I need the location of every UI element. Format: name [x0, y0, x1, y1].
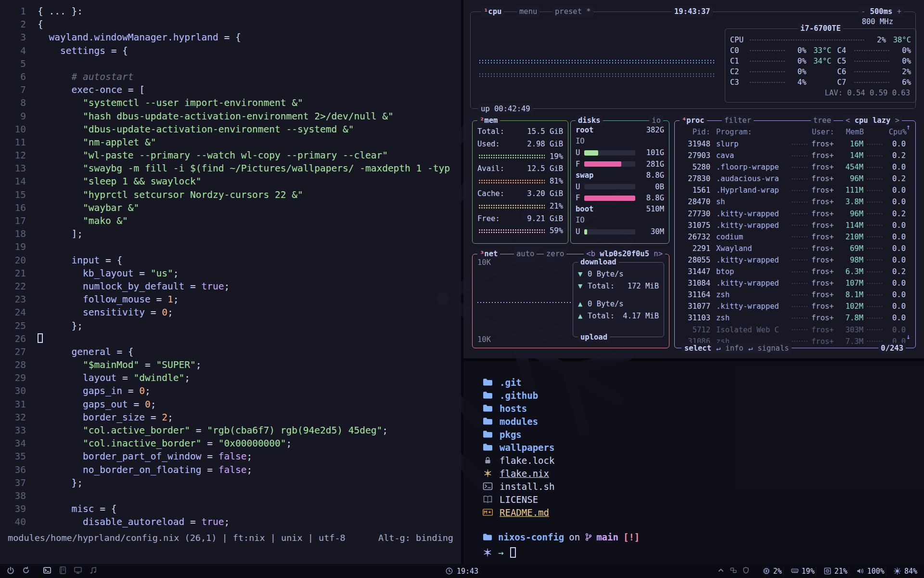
info-hint[interactable]: info	[725, 343, 743, 354]
waybar-disk-module[interactable]: 21%	[816, 567, 847, 576]
process-row[interactable]: 31103zshfros+7.8M0.0	[680, 312, 911, 324]
process-row[interactable]: 28055.kitty-wrappedfros+98M0.0	[680, 254, 911, 266]
waybar-refresh-button[interactable]	[22, 566, 30, 576]
code-line[interactable]: 36 no_border_on_floating = false;	[0, 463, 461, 476]
code-line[interactable]: 30 gaps_in = 0;	[0, 384, 461, 397]
code-line[interactable]: 32 border_size = 2;	[0, 411, 461, 424]
tray-network-item[interactable]	[730, 567, 737, 576]
process-row[interactable]: 31075.kitty-wrappedfros+114M0.0	[680, 220, 911, 231]
editor-window[interactable]: 1{ ... }:2{3 wayland.windowManager.hyprl…	[0, 0, 461, 564]
code-line[interactable]: 4 settings = {	[0, 44, 461, 57]
code-line[interactable]: 20 input = {	[0, 254, 461, 267]
process-row[interactable]: 26732codiumfros+210M0.0	[680, 231, 911, 243]
waybar-cpu-module[interactable]: 2%	[755, 567, 782, 576]
code-line[interactable]: 24 sensitivity = 0;	[0, 306, 461, 319]
column-user[interactable]: User:	[812, 126, 839, 138]
code-line[interactable]: 13 "swaybg -m fill -i $(find ~/Pictures/…	[0, 162, 461, 175]
mem-box-title[interactable]: ²mem	[477, 115, 500, 126]
code-line[interactable]: 16 "waybar &"	[0, 201, 461, 214]
code-line[interactable]: 3 wayland.windowManager.hyprland = {	[0, 31, 461, 44]
code-line[interactable]: 37 };	[0, 476, 461, 489]
scroll-down-indicator[interactable]: ↓	[906, 332, 911, 341]
process-row[interactable]: 1561.Hyprland-wrapfros+111M0.0	[680, 184, 911, 196]
code-line[interactable]: 15 "hyprctl setcursor Nordzy-cursors 22 …	[0, 188, 461, 201]
latency-plus-button[interactable]: +	[897, 7, 901, 16]
process-row[interactable]: 31084.kitty-wrappedfros+107M0.0	[680, 277, 911, 289]
column-program[interactable]: Program:	[716, 126, 788, 138]
waybar-brightness-module[interactable]: 84%	[886, 567, 917, 576]
process-row[interactable]: 27903cavafros+14M0.2	[680, 150, 911, 161]
menu-button[interactable]: menu	[517, 6, 539, 17]
terminal-window[interactable]: .git.githubhostsmodulespkgswallpapersfla…	[463, 361, 924, 564]
file-item[interactable]: pkgs	[483, 428, 924, 441]
file-item[interactable]: wallpapers	[483, 441, 924, 454]
file-item[interactable]: hosts	[483, 402, 924, 415]
code-line[interactable]: 5	[0, 57, 461, 70]
waybar-clock-module[interactable]: 19:43	[446, 567, 478, 576]
process-row[interactable]: 5712Isolated Web Cfros+303M0.0	[680, 324, 911, 336]
code-line[interactable]: 21 kb_layout = "us";	[0, 267, 461, 280]
code-line[interactable]: 39 misc = {	[0, 502, 461, 515]
process-row[interactable]: 31948slurpfros+16M0.0	[680, 138, 911, 150]
proc-tree-button[interactable]: tree	[811, 115, 834, 126]
code-line[interactable]: 19	[0, 240, 461, 253]
process-row[interactable]: 27730.kitty-wrappedfros+96M0.2	[680, 208, 911, 220]
code-line[interactable]: 8 "systemctl --user import-environment &…	[0, 96, 461, 109]
disks-box-title[interactable]: disks	[576, 115, 603, 126]
proc-filter-button[interactable]: filter	[722, 115, 754, 126]
signals-hint[interactable]: signals	[757, 343, 789, 354]
code-line[interactable]: 29 layout = "dwindle";	[0, 371, 461, 384]
waybar-volume-module[interactable]: 100%	[848, 567, 885, 576]
select-hint[interactable]: select	[684, 343, 711, 354]
workspace-2-button[interactable]	[59, 566, 66, 576]
sort-prev-button[interactable]: <	[846, 116, 850, 125]
code-line[interactable]: 34 "col.inactive_border" = "0x00000000";	[0, 437, 461, 450]
code-line[interactable]: 26	[0, 332, 461, 345]
code-line[interactable]: 31 gaps_out = 0;	[0, 398, 461, 411]
code-line[interactable]: 14 "sleep 1 && swaylock"	[0, 175, 461, 188]
tray-shield-item[interactable]	[743, 567, 749, 576]
code-line[interactable]: 18 ];	[0, 227, 461, 240]
process-row[interactable]: 27830.audacious-wrafros+96M0.2	[680, 173, 911, 184]
code-line[interactable]: 25 };	[0, 319, 461, 332]
process-row[interactable]: 31164zshfros+8.1M0.0	[680, 289, 911, 301]
code-line[interactable]: 27 general = {	[0, 345, 461, 358]
process-row[interactable]: 2291Xwaylandfros+69M0.0	[680, 243, 911, 254]
code-line[interactable]: 28 "$mainMod" = "SUPER";	[0, 358, 461, 371]
code-line[interactable]: 22 numlock_by_default = true;	[0, 280, 461, 293]
workspace-4-button[interactable]	[90, 566, 97, 576]
file-item[interactable]: install.sh	[483, 480, 924, 493]
btop-window[interactable]: ¹cpu menu preset * 19:43:37 - 500ms + 80…	[463, 0, 924, 358]
waybar-memory-module[interactable]: 19%	[783, 567, 815, 576]
code-line[interactable]: 38	[0, 489, 461, 502]
process-row[interactable]: 28470shfros+3.8M0.0	[680, 196, 911, 208]
code-line[interactable]: 12 "wl-paste --primary --watch wl-copy -…	[0, 149, 461, 162]
shell-input-line[interactable]: →	[483, 546, 924, 559]
net-auto-button[interactable]: auto	[514, 249, 537, 259]
workspace-3-button[interactable]	[74, 566, 82, 576]
proc-box-title[interactable]: ⁴proc	[680, 115, 707, 126]
process-row[interactable]: 5280.floorp-wrappefros+454M0.0	[680, 161, 911, 173]
code-line[interactable]: 2{	[0, 18, 461, 31]
file-item[interactable]: .git	[483, 376, 924, 389]
preset-button[interactable]: preset *	[552, 6, 593, 17]
tray-chevron-up-item[interactable]	[718, 567, 724, 576]
file-item[interactable]: flake.lock	[483, 454, 924, 467]
code-line[interactable]: 17 "mako &"	[0, 214, 461, 227]
scroll-up-indicator[interactable]: ↑	[906, 123, 911, 131]
latency-minus-button[interactable]: -	[861, 7, 865, 16]
code-line[interactable]: 33 "col.active_border" = "rgb(cba6f7) rg…	[0, 424, 461, 437]
cpu-box-title[interactable]: ¹cpu	[481, 6, 504, 17]
code-line[interactable]: 10 "dbus-update-activation-environment -…	[0, 123, 461, 136]
iface-next-button[interactable]: n>	[654, 250, 663, 258]
process-row[interactable]: 31447btopfros+6.3M0.2	[680, 266, 911, 277]
code-line[interactable]: 9 "hash dbus-update-activation-environme…	[0, 110, 461, 123]
code-line[interactable]: 6 # autostart	[0, 70, 461, 83]
file-item[interactable]: .github	[483, 389, 924, 402]
column-cpu[interactable]: Cpu%	[887, 126, 907, 138]
file-item[interactable]: modules	[483, 415, 924, 428]
update-latency-control[interactable]: - 500ms +	[859, 6, 904, 17]
net-zero-button[interactable]: zero	[544, 249, 566, 259]
column-pid[interactable]: Pid:	[680, 126, 710, 138]
net-box-title[interactable]: ³net	[477, 249, 500, 259]
